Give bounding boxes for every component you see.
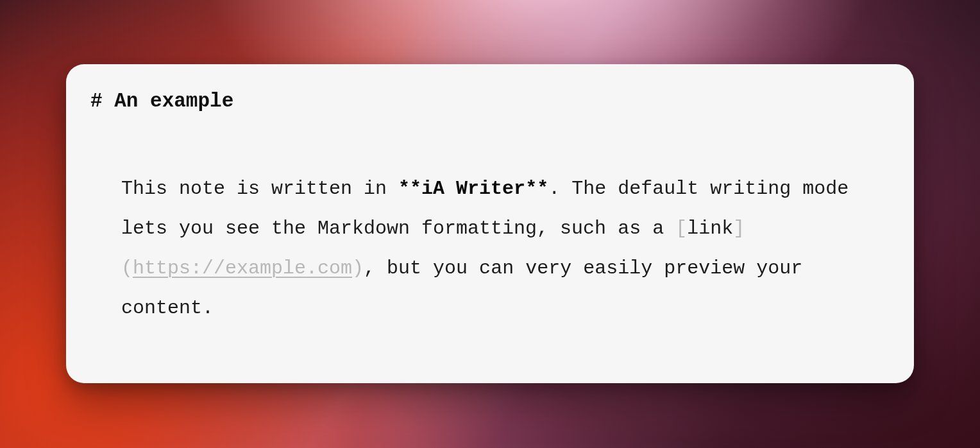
bold-marker-open: ** [398, 178, 421, 200]
link-bracket-close: ] [733, 218, 745, 239]
editor-card: # An example This note is written in **i… [66, 64, 914, 383]
bold-text: iA Writer [421, 178, 525, 200]
heading-marker: # [90, 90, 114, 112]
link-bracket-open: [ [675, 218, 687, 239]
body-before-bold: This note is written in [121, 178, 398, 200]
link-text: link [687, 218, 733, 239]
heading-line[interactable]: # An example [90, 90, 869, 112]
link-paren-open: ( [121, 257, 133, 279]
link-paren-close: ) [352, 257, 364, 279]
bold-marker-close: ** [525, 178, 548, 200]
heading-text: An example [114, 90, 233, 112]
link-url: https://example.com [133, 257, 352, 279]
body-paragraph[interactable]: This note is written in **iA Writer**. T… [90, 169, 869, 328]
